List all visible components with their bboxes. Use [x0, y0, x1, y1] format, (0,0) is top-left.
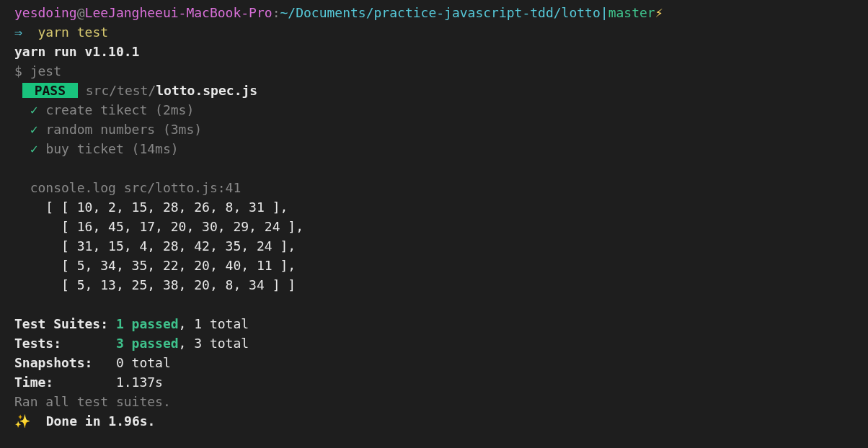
- check-icon: ✓: [30, 122, 38, 137]
- summary-label: Snapshots:: [14, 355, 116, 370]
- test-file-name: lotto.spec.js: [156, 83, 257, 98]
- command-line[interactable]: ⇒ yarn test: [14, 22, 854, 42]
- lightning-icon: ⚡: [655, 5, 663, 20]
- test-name: buy ticket (14ms): [45, 141, 178, 156]
- ran-all-line: Ran all test suites.: [14, 392, 854, 411]
- console-log-header: console.log src/lotto.js:41: [14, 178, 854, 197]
- summary-passed: 1 passed: [116, 316, 179, 331]
- summary-label: Time:: [14, 375, 116, 390]
- summary-passed: 3 passed: [116, 336, 179, 351]
- prompt-line: yesdoing@LeeJangheeui-MacBook-Pro:~/Docu…: [14, 3, 854, 22]
- done-line: ✨ Done in 1.96s.: [14, 411, 854, 431]
- log-line-1: [ [ 10, 2, 15, 28, 26, 8, 31 ],: [14, 197, 854, 217]
- summary-suites: Test Suites: 1 passed, 1 total: [14, 314, 854, 333]
- check-icon: ✓: [30, 141, 38, 156]
- summary-val: 0 total: [116, 355, 171, 370]
- pass-badge: PASS: [22, 83, 78, 98]
- log-line-3: [ 31, 15, 4, 28, 42, 35, 24 ],: [14, 236, 854, 256]
- done-text: Done in 1.96s.: [30, 413, 155, 429]
- summary-rest: , 1 total: [179, 316, 249, 331]
- sparkle-icon: ✨: [14, 413, 30, 429]
- check-icon: ✓: [30, 102, 38, 117]
- prompt-colon: :: [273, 5, 280, 20]
- log-line-2: [ 16, 45, 17, 20, 30, 29, 24 ],: [14, 217, 854, 236]
- prompt-user: yesdoing: [14, 5, 77, 20]
- command-text: yarn test: [38, 24, 109, 40]
- summary-snapshots: Snapshots: 0 total: [14, 353, 854, 372]
- summary-label: Tests:: [14, 336, 116, 351]
- log-line-5: [ 5, 13, 25, 38, 20, 8, 34 ] ]: [14, 275, 854, 295]
- test-file-line: PASS src/test/lotto.spec.js: [14, 81, 854, 100]
- summary-tests: Tests: 3 passed, 3 total: [14, 333, 854, 353]
- test-file-dir: src/test/: [86, 83, 156, 98]
- summary-label: Test Suites:: [14, 316, 116, 331]
- test-name: random numbers (3ms): [45, 122, 202, 137]
- test-result-1: ✓ create tikect (2ms): [14, 100, 854, 120]
- prompt-path: ~/Documents/practice-javascript-tdd/lott…: [280, 5, 600, 20]
- test-name: create tikect (2ms): [45, 102, 194, 117]
- yarn-run-line: yarn run v1.10.1: [14, 42, 854, 61]
- jest-command-line: $ jest: [14, 61, 854, 81]
- prompt-at: @: [77, 5, 85, 20]
- prompt-arrow: ⇒: [14, 24, 22, 40]
- log-line-4: [ 5, 34, 35, 22, 20, 40, 11 ],: [14, 256, 854, 275]
- prompt-branch: master: [608, 5, 655, 20]
- test-result-3: ✓ buy ticket (14ms): [14, 139, 854, 158]
- test-result-2: ✓ random numbers (3ms): [14, 120, 854, 139]
- summary-rest: , 3 total: [179, 336, 249, 351]
- summary-val: 1.137s: [116, 375, 163, 390]
- summary-time: Time: 1.137s: [14, 372, 854, 392]
- prompt-pipe: |: [601, 5, 608, 20]
- prompt-host: LeeJangheeui-MacBook-Pro: [85, 5, 273, 20]
